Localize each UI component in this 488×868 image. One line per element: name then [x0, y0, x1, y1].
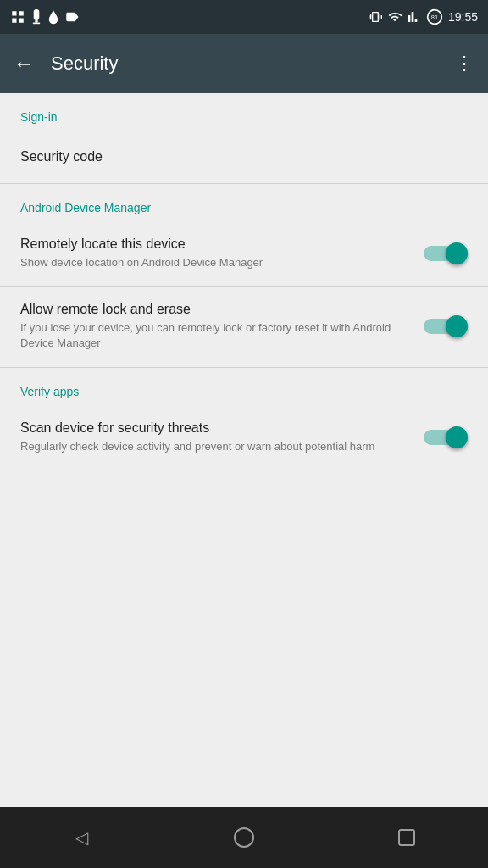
- svg-rect-2: [12, 19, 16, 23]
- page-title: Security: [51, 53, 455, 75]
- svg-rect-1: [19, 11, 24, 15]
- svg-text:81: 81: [431, 14, 438, 21]
- section-android-device-manager: Android Device Manager Remotely locate t…: [0, 184, 488, 367]
- status-bar: 81 19:55: [0, 0, 488, 34]
- settings-item-remotely-locate[interactable]: Remotely locate this device Show device …: [0, 221, 488, 286]
- remote-lock-toggle[interactable]: [424, 314, 468, 339]
- glass-icon: [30, 9, 42, 25]
- remote-lock-content: Allow remote lock and erase If you lose …: [20, 302, 424, 351]
- remote-lock-title: Allow remote lock and erase: [20, 302, 410, 317]
- remotely-locate-subtitle: Show device location on Android Device M…: [20, 255, 410, 270]
- toggle-thumb: [446, 242, 468, 264]
- remotely-locate-toggle[interactable]: [424, 241, 468, 266]
- scan-device-subtitle: Regularly check device activity and prev…: [20, 439, 410, 454]
- remotely-locate-title: Remotely locate this device: [20, 236, 410, 252]
- settings-item-scan-device[interactable]: Scan device for security threats Regular…: [0, 405, 488, 470]
- battery-circle-icon: 81: [426, 8, 443, 25]
- scan-device-title: Scan device for security threats: [20, 420, 410, 436]
- svg-rect-10: [399, 830, 414, 845]
- settings-content: Sign-in Security code Android Device Man…: [0, 93, 488, 807]
- toggle-thumb: [446, 426, 468, 448]
- vibrate-icon: [369, 9, 382, 25]
- app-bar: ← Security ⋮: [0, 34, 488, 93]
- signal-icon: [408, 10, 421, 24]
- svg-rect-5: [35, 20, 37, 22]
- nav-back-button[interactable]: ◁: [56, 812, 107, 863]
- content-spacer: [0, 470, 488, 521]
- status-time: 19:55: [448, 10, 478, 24]
- section-header-verify-apps: Verify apps: [0, 368, 488, 405]
- scan-device-content: Scan device for security threats Regular…: [20, 420, 424, 454]
- svg-rect-6: [33, 23, 40, 25]
- scan-device-toggle[interactable]: [424, 425, 468, 450]
- home-circle-icon: [233, 826, 255, 849]
- more-options-button[interactable]: ⋮: [455, 53, 474, 75]
- security-code-title: Security code: [20, 149, 468, 164]
- recent-square-icon: [397, 828, 416, 847]
- drop-icon: [47, 9, 59, 25]
- settings-item-remote-lock[interactable]: Allow remote lock and erase If you lose …: [0, 287, 488, 366]
- nav-home-button[interactable]: [219, 812, 269, 863]
- svg-rect-3: [19, 19, 24, 23]
- section-header-sign-in: Sign-in: [0, 93, 488, 131]
- grid-icon: [10, 9, 25, 25]
- bottom-nav: ◁: [0, 807, 488, 868]
- svg-rect-0: [12, 11, 16, 15]
- remote-lock-subtitle: If you lose your device, you can remotel…: [20, 320, 410, 351]
- toggle-thumb: [446, 315, 468, 337]
- remotely-locate-content: Remotely locate this device Show device …: [20, 236, 424, 270]
- section-verify-apps: Verify apps Scan device for security thr…: [0, 368, 488, 470]
- section-sign-in: Sign-in Security code: [0, 93, 488, 183]
- svg-rect-4: [34, 9, 40, 20]
- svg-point-9: [235, 828, 253, 847]
- status-bar-left: [10, 9, 80, 25]
- settings-item-security-code[interactable]: Security code: [0, 131, 488, 183]
- status-bar-right: 81 19:55: [369, 8, 478, 25]
- back-button[interactable]: ←: [14, 52, 34, 75]
- wifi-icon: [387, 10, 402, 24]
- tag-icon: [64, 9, 80, 25]
- nav-recent-button[interactable]: [381, 812, 432, 863]
- section-header-adm: Android Device Manager: [0, 184, 488, 221]
